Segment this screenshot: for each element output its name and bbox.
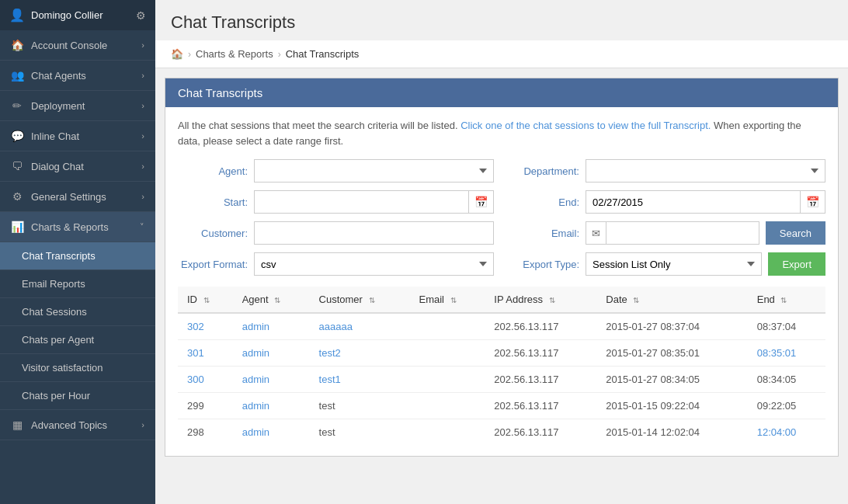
- cell-email: [409, 313, 485, 340]
- sub-item-label: Chat Sessions: [22, 306, 87, 318]
- sub-item-label: Visitor satisfaction: [22, 362, 103, 374]
- table-row[interactable]: 298admintest202.56.13.1172015-01-14 12:0…: [178, 419, 825, 446]
- col-ip[interactable]: IP Address ⇅: [485, 287, 596, 313]
- cell-id[interactable]: 302: [178, 313, 233, 340]
- department-label: Department:: [509, 165, 579, 177]
- cell-email: [409, 393, 485, 419]
- agent-value[interactable]: admin: [242, 374, 269, 385]
- calendar-icon-start[interactable]: 📅: [468, 191, 493, 213]
- end-date-input[interactable]: [586, 191, 800, 213]
- cell-customer[interactable]: test: [310, 393, 410, 419]
- sidebar-sub-item-chat-transcripts[interactable]: Chat Transcripts: [0, 242, 155, 270]
- customer-value[interactable]: test1: [319, 374, 341, 385]
- grid-icon: ▦: [11, 419, 23, 431]
- cell-email: [409, 419, 485, 446]
- sidebar-label: Inline Chat: [31, 130, 79, 142]
- customer-field-row: Customer:: [178, 221, 494, 245]
- id-value[interactable]: 302: [187, 321, 204, 332]
- settings-icon: ⚙: [11, 190, 23, 203]
- search-button[interactable]: Search: [766, 221, 825, 245]
- cell-end[interactable]: 12:04:00: [748, 419, 825, 446]
- sidebar-item-deployment[interactable]: ✏ Deployment ›: [0, 91, 155, 121]
- customer-input[interactable]: [254, 221, 494, 245]
- col-id[interactable]: ID ⇅: [178, 287, 233, 313]
- export-button[interactable]: Export: [768, 252, 825, 276]
- cell-end[interactable]: 08:34:05: [748, 367, 825, 393]
- cell-date: 2015-01-14 12:02:04: [596, 419, 747, 446]
- sidebar-label: Advanced Topics: [31, 419, 107, 431]
- export-type-select[interactable]: Session List Only: [586, 252, 762, 276]
- agent-value[interactable]: admin: [242, 426, 269, 438]
- sidebar-sub-item-chats-per-hour[interactable]: Chats per Hour: [0, 382, 155, 410]
- cell-customer[interactable]: aaaaaa: [310, 313, 410, 340]
- sort-arrows-date: ⇅: [633, 296, 639, 304]
- sidebar: 👤 Domingo Collier ⚙ 🏠 Account Console › …: [0, 0, 155, 504]
- col-customer[interactable]: Customer ⇅: [310, 287, 410, 313]
- start-field-row: Start: 📅: [178, 190, 494, 214]
- end-value[interactable]: 12:04:00: [757, 426, 797, 438]
- export-format-select[interactable]: csv: [254, 252, 494, 276]
- agent-value[interactable]: admin: [242, 347, 269, 359]
- id-value: 298: [187, 426, 204, 438]
- sort-arrows-ip: ⇅: [549, 296, 555, 304]
- table-row[interactable]: 300admintest1202.56.13.1172015-01-27 08:…: [178, 367, 825, 393]
- col-email[interactable]: Email ⇅: [409, 287, 485, 313]
- col-agent[interactable]: Agent ⇅: [233, 287, 310, 313]
- sidebar-item-charts-reports[interactable]: 📊 Charts & Reports ˅: [0, 212, 155, 242]
- customer-value[interactable]: test2: [319, 347, 341, 359]
- cell-ip: 202.56.13.117: [485, 313, 596, 340]
- sidebar-item-inline-chat[interactable]: 💬 Inline Chat ›: [0, 121, 155, 151]
- sidebar-sub-item-email-reports[interactable]: Email Reports: [0, 270, 155, 298]
- sidebar-item-chat-agents[interactable]: 👥 Chat Agents ›: [0, 61, 155, 91]
- agent-value[interactable]: admin: [242, 321, 269, 332]
- search-form: Agent: Department: Start:: [178, 159, 825, 276]
- breadcrumb-home-icon[interactable]: 🏠: [171, 48, 183, 60]
- cell-id[interactable]: 299: [178, 393, 233, 419]
- cell-end[interactable]: 08:35:01: [748, 340, 825, 367]
- cell-end[interactable]: 09:22:05: [748, 393, 825, 419]
- export-type-label: Export Type:: [509, 259, 579, 270]
- info-text: All the chat sessions that meet the sear…: [178, 118, 825, 148]
- cell-agent: admin: [233, 419, 310, 446]
- table-row[interactable]: 302adminaaaaaa202.56.13.1172015-01-27 08…: [178, 313, 825, 340]
- agent-select[interactable]: [254, 159, 494, 182]
- breadcrumb-link-charts[interactable]: Charts & Reports: [196, 48, 273, 60]
- department-select[interactable]: [586, 159, 825, 182]
- col-date[interactable]: Date ⇅: [596, 287, 747, 313]
- id-value[interactable]: 300: [187, 374, 204, 385]
- gear-icon[interactable]: ⚙: [136, 9, 146, 22]
- id-value[interactable]: 301: [187, 347, 204, 359]
- sidebar-sub-item-chats-per-agent[interactable]: Chats per Agent: [0, 326, 155, 354]
- calendar-icon-end[interactable]: 📅: [800, 191, 825, 213]
- info-text-link[interactable]: Click one of the chat sessions to view t…: [460, 120, 711, 131]
- end-value[interactable]: 08:35:01: [757, 347, 797, 359]
- agent-value[interactable]: admin: [242, 400, 269, 412]
- table-row[interactable]: 299admintest202.56.13.1172015-01-15 09:2…: [178, 393, 825, 419]
- cell-customer[interactable]: test: [310, 419, 410, 446]
- cell-end[interactable]: 08:37:04: [748, 313, 825, 340]
- sidebar-sub-item-visitor-satisfaction[interactable]: Visitor satisfaction: [0, 354, 155, 382]
- sidebar-item-advanced-topics[interactable]: ▦ Advanced Topics ›: [0, 410, 155, 440]
- cell-id[interactable]: 298: [178, 419, 233, 446]
- cell-id[interactable]: 301: [178, 340, 233, 367]
- home-icon: 🏠: [11, 39, 23, 51]
- start-date-input[interactable]: [255, 191, 468, 213]
- sidebar-item-account-console[interactable]: 🏠 Account Console ›: [0, 30, 155, 61]
- sidebar-sub-item-chat-sessions[interactable]: Chat Sessions: [0, 298, 155, 326]
- cell-customer[interactable]: test1: [310, 367, 410, 393]
- email-label: Email:: [509, 228, 579, 239]
- email-input[interactable]: [606, 222, 759, 244]
- table-row[interactable]: 301admintest2202.56.13.1172015-01-27 08:…: [178, 340, 825, 367]
- deployment-icon: ✏: [11, 99, 23, 112]
- end-field-row: End: 📅: [509, 190, 825, 214]
- cell-ip: 202.56.13.117: [485, 419, 596, 446]
- customer-value[interactable]: aaaaaa: [319, 321, 353, 332]
- cell-customer[interactable]: test2: [310, 340, 410, 367]
- sidebar-header: 👤 Domingo Collier ⚙: [0, 0, 155, 30]
- page-title: Chat Transcripts: [171, 12, 832, 33]
- sidebar-item-dialog-chat[interactable]: 🗨 Dialog Chat ›: [0, 151, 155, 182]
- col-end[interactable]: End ⇅: [748, 287, 825, 313]
- sidebar-item-general-settings[interactable]: ⚙ General Settings ›: [0, 182, 155, 212]
- cell-agent: admin: [233, 340, 310, 367]
- cell-id[interactable]: 300: [178, 367, 233, 393]
